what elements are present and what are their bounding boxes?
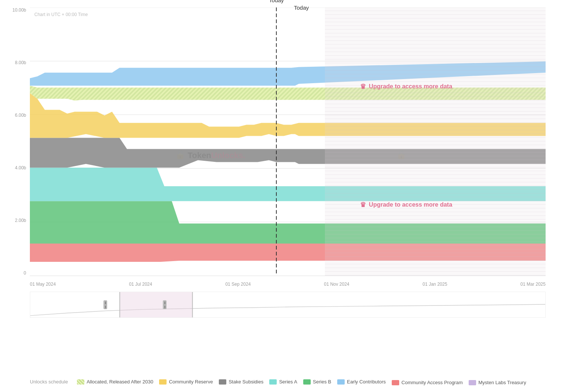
x-label-mar: 01 Mar 2025 (521, 282, 546, 287)
watermark-right: 🔒 (396, 150, 406, 160)
today-label: Today (269, 0, 284, 3)
watermark-left: 🔒 TokenUnlocks. (175, 149, 245, 161)
svg-rect-18 (120, 292, 193, 317)
y-label-1000: 10.00b (6, 7, 26, 13)
svg-rect-17 (325, 7, 546, 276)
legend-label-series-a: Series A (279, 379, 297, 385)
legend-color-stake (219, 379, 226, 385)
x-label-sep: 01 Sep 2024 (225, 282, 251, 287)
legend-color-community-reserve (159, 379, 167, 385)
legend-color-early-contributors (337, 379, 345, 385)
y-axis: 0 2.00b 4.00b 6.00b 8.00b 10.00b (6, 7, 26, 276)
legend-color-allocated (77, 379, 84, 385)
y-label-200: 2.00b (6, 218, 26, 223)
legend-item-stake: Stake Subsidies (219, 379, 263, 385)
chart-svg (30, 7, 546, 276)
legend-label-mysten: Mysten Labs Treasury (478, 380, 526, 385)
y-label-400: 4.00b (6, 165, 26, 170)
x-label-nov: 01 Nov 2024 (324, 282, 349, 287)
y-label-600: 6.00b (6, 113, 26, 118)
upgrade-overlay-top[interactable]: ♛ Upgrade to access more data (360, 82, 452, 91)
chart-area: Chart in UTC + 00:00 Time 0 2.00b 4.00b … (30, 7, 546, 276)
minimap-handle-left[interactable] (103, 300, 107, 309)
legend-label-allocated: Allocated, Released After 2030 (87, 379, 153, 385)
x-label-jan: 01 Jan 2025 (423, 282, 447, 287)
y-label-800: 8.00b (6, 60, 26, 65)
legend-item-mysten: Mysten Labs Treasury (469, 380, 526, 385)
legend-item-community-access: Community Access Program (392, 380, 463, 385)
minimap-handle-right[interactable] (163, 300, 167, 309)
upgrade-label-bottom: Upgrade to access more data (369, 201, 452, 208)
legend: Unlocks schedule Allocated, Released Aft… (30, 378, 546, 385)
legend-label-stake: Stake Subsidies (229, 379, 263, 385)
crown-icon-top: ♛ (360, 82, 366, 91)
x-label-may: 01 May 2024 (30, 282, 56, 287)
legend-title: Unlocks schedule (30, 379, 68, 385)
legend-label-series-b: Series B (313, 379, 331, 385)
watermark-icon-left: 🔒 (175, 150, 185, 160)
legend-label-early-contributors: Early Contributors (347, 379, 386, 385)
legend-color-series-b (303, 379, 311, 385)
legend-item-series-a: Series A (269, 379, 297, 385)
today-label-positioned: Today (294, 4, 309, 11)
upgrade-label-top: Upgrade to access more data (369, 83, 452, 90)
minimap-svg (30, 292, 545, 317)
minimap[interactable] (30, 292, 546, 318)
legend-label-community-access: Community Access Program (401, 380, 463, 385)
y-label-0: 0 (6, 270, 26, 276)
crown-icon-bottom: ♛ (360, 201, 366, 209)
legend-color-community-access (392, 380, 399, 385)
x-label-jul: 01 Jul 2024 (129, 282, 152, 287)
watermark-icon-right: 🔒 (396, 150, 406, 160)
x-axis: 01 May 2024 01 Jul 2024 01 Sep 2024 01 N… (30, 282, 546, 287)
legend-color-series-a (269, 379, 277, 385)
watermark-text-left: TokenUnlocks. (187, 149, 245, 161)
legend-color-mysten (469, 380, 476, 385)
legend-item-community-reserve: Community Reserve (159, 379, 213, 385)
chart-container: Chart in UTC + 00:00 Time 0 2.00b 4.00b … (0, 0, 568, 392)
legend-item-early-contributors: Early Contributors (337, 379, 386, 385)
legend-item-allocated: Allocated, Released After 2030 (77, 379, 153, 385)
upgrade-overlay-bottom[interactable]: ♛ Upgrade to access more data (360, 201, 452, 209)
legend-item-series-b: Series B (303, 379, 331, 385)
legend-label-community-reserve: Community Reserve (169, 379, 213, 385)
